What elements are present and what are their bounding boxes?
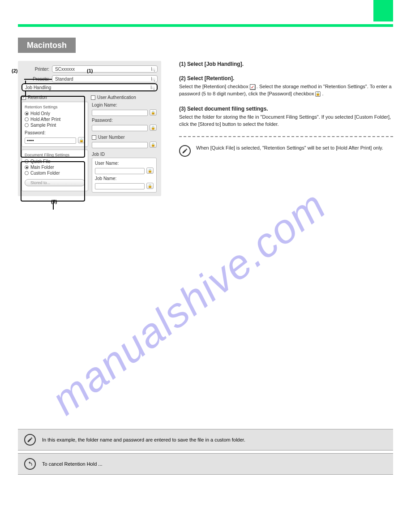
step-1: (1) Select [Job Handling]. — [179, 61, 393, 67]
marker-2: (2) — [12, 68, 17, 73]
checked-checkbox-icon — [250, 84, 255, 90]
radio-holdonly[interactable]: Hold Only — [25, 111, 85, 116]
back-icon — [24, 458, 36, 470]
password-value: ••••• — [27, 138, 34, 143]
step-2: (2) Select [Retention]. Select the [Rete… — [179, 75, 393, 98]
usernumber-title: User Number — [98, 135, 124, 140]
usernumber-input[interactable] — [92, 142, 148, 148]
section-select-value: Job Handling — [25, 85, 51, 90]
jobname-label: Job Name: — [95, 176, 154, 181]
username-label: User Name: — [95, 161, 154, 166]
password-label: Password: — [25, 130, 85, 135]
radio-dot-icon — [25, 117, 29, 121]
loginname-label: Login Name: — [92, 103, 157, 107]
userauth-head[interactable]: User Authentication — [91, 95, 158, 100]
radio-label: Custom Folder — [30, 171, 60, 176]
pencil-icon — [179, 145, 191, 157]
radio-dot-icon — [25, 123, 29, 127]
radio-dot-icon — [25, 165, 29, 169]
ua-password-label: Password: — [92, 118, 157, 123]
print-dialog: Printer: SCxxxxxx▴▾ Presets: Standard▴▾ … — [18, 61, 161, 196]
retention-title: Retention — [28, 95, 47, 100]
printer-select[interactable]: SCxxxxxx▴▾ — [52, 65, 158, 73]
presets-value: Standard — [55, 77, 73, 82]
jobid-title: Job ID — [92, 152, 157, 157]
step-1-title: (1) Select [Job Handling]. — [179, 61, 393, 67]
loginname-input[interactable] — [92, 110, 148, 116]
page-header — [18, 5, 393, 27]
radio-dot-icon — [25, 112, 29, 116]
header-accent-tab — [373, 0, 393, 21]
printer-value: SCxxxxxx — [55, 67, 75, 72]
docfile-title: Document Filing Settings — [25, 153, 85, 157]
step-2-body: Select the [Retention] checkbox . Select… — [179, 83, 393, 98]
password-input[interactable]: ••••• — [25, 137, 76, 144]
lock-icon: 🔒 — [315, 91, 321, 97]
step-3: (3) Select document filing settings. Sel… — [179, 106, 393, 128]
radio-sample[interactable]: Sample Print — [25, 123, 85, 128]
footer-note-1-text: In this example, the folder name and pas… — [42, 437, 245, 442]
docfile-box: Document Filing Settings Quick File Main… — [21, 150, 88, 191]
retention-head[interactable]: Retention — [21, 95, 88, 100]
lock-icon[interactable]: 🔒 — [150, 142, 157, 148]
instructions-column: (1) Select [Job Handling]. (2) Select [R… — [179, 61, 393, 157]
ua-password-input[interactable] — [92, 125, 148, 131]
step-2-title: (2) Select [Retention]. — [179, 75, 393, 82]
lock-icon[interactable]: 🔒 — [78, 137, 85, 143]
footer-note-1: In this example, the folder name and pas… — [18, 429, 393, 450]
userauth-title: User Authentication — [97, 95, 136, 100]
footer-note-2: To cancel Retention Hold ... — [18, 453, 393, 475]
caret-icon: ▴▾ — [154, 77, 155, 82]
platform-badge: Macintosh — [18, 38, 76, 53]
presets-select[interactable]: Standard▴▾ — [52, 75, 158, 82]
radio-label: Hold After Print — [30, 117, 60, 122]
footer-note-2-text: To cancel Retention Hold ... — [42, 461, 103, 467]
caret-icon: ▴▾ — [154, 67, 155, 72]
header-accent-line — [18, 24, 393, 27]
footer-notes: In this example, the folder name and pas… — [18, 429, 393, 475]
lock-icon[interactable]: 🔒 — [146, 167, 154, 174]
radio-label: Quick File — [30, 159, 50, 164]
marker-1: (1) — [87, 68, 93, 73]
radio-dot-icon — [25, 159, 29, 163]
marker-3: (3) — [51, 199, 57, 204]
radio-quickfile[interactable]: Quick File — [25, 159, 85, 164]
username-input[interactable] — [95, 168, 145, 174]
retention-checkbox[interactable] — [21, 95, 26, 100]
step-3-title: (3) Select document filing settings. — [179, 106, 393, 112]
step-3-body: Select the folder for storing the file i… — [179, 114, 393, 128]
userauth-checkbox[interactable] — [91, 95, 95, 100]
radio-label: Sample Print — [30, 123, 56, 128]
retention-box: Retention Settings Hold Only Hold After … — [21, 102, 88, 147]
print-dialog-wrap: Printer: SCxxxxxx▴▾ Presets: Standard▴▾ … — [18, 61, 161, 196]
inline-note-text: When [Quick File] is selected, "Retentio… — [196, 145, 383, 150]
jobname-input[interactable] — [95, 183, 145, 189]
radio-label: Hold Only — [30, 111, 50, 116]
printer-label: Printer: — [21, 67, 49, 72]
retention-settings-label: Retention Settings — [25, 105, 85, 109]
lock-icon[interactable]: 🔒 — [150, 109, 157, 116]
radio-label: Main Folder — [30, 165, 54, 170]
dashed-divider — [179, 136, 393, 137]
watermark: manualshive.com — [43, 181, 334, 424]
lock-icon[interactable]: 🔒 — [146, 183, 154, 189]
radio-holdafter[interactable]: Hold After Print — [25, 117, 85, 122]
caret-icon: ▴▾ — [153, 85, 155, 90]
pencil-icon — [24, 434, 36, 446]
jobid-box: User Name: 🔒 Job Name: 🔒 — [92, 158, 157, 193]
radio-customfolder[interactable]: Custom Folder — [25, 171, 85, 176]
radio-mainfolder[interactable]: Main Folder — [25, 165, 85, 170]
radio-dot-icon — [25, 171, 29, 175]
section-select-jobhandling[interactable]: Job Handling ▴▾ — [21, 83, 158, 91]
inline-note: When [Quick File] is selected, "Retentio… — [179, 145, 393, 157]
lock-icon[interactable]: 🔒 — [150, 124, 157, 131]
usernumber-checkbox[interactable] — [92, 135, 96, 140]
content-area: Macintosh Printer: SCxxxxxx▴▾ Presets: S… — [18, 38, 393, 196]
storedto-button[interactable]: Stored to... — [25, 179, 85, 186]
